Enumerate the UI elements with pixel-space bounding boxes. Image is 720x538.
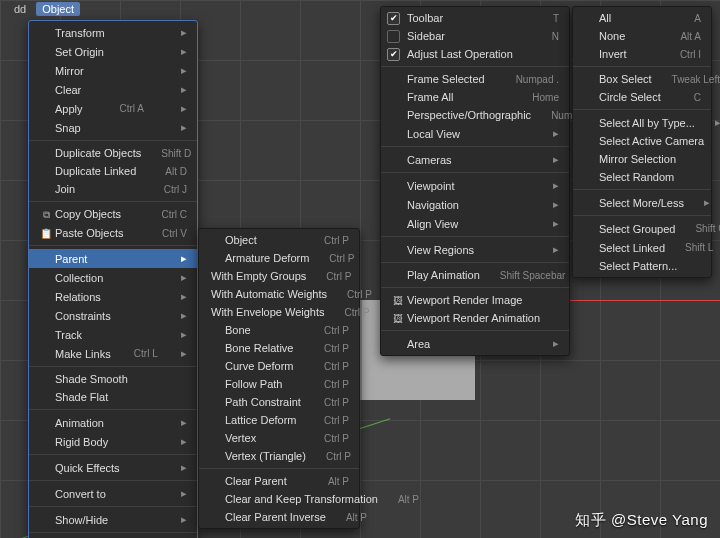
object-item-collection[interactable]: Collection▸ — [29, 268, 197, 287]
parent-item-bone-relative[interactable]: Bone RelativeCtrl P — [199, 339, 359, 357]
select-menu: AllANoneAlt AInvertCtrl IBox SelectTweak… — [572, 6, 712, 278]
parent-item-with-automatic-weights[interactable]: With Automatic WeightsCtrl P — [199, 285, 359, 303]
menu-item-label: With Empty Groups — [211, 270, 306, 282]
object-item-rigid-body[interactable]: Rigid Body▸ — [29, 432, 197, 451]
select-item-select-more-less[interactable]: Select More/Less▸ — [573, 193, 711, 212]
select-item-invert[interactable]: InvertCtrl I — [573, 45, 711, 63]
object-item-shade-flat[interactable]: Shade Flat — [29, 388, 197, 406]
object-item-apply[interactable]: ApplyCtrl A▸ — [29, 99, 197, 118]
select-item-select-pattern-[interactable]: Select Pattern... — [573, 257, 711, 275]
menu-icon: 🖼 — [389, 295, 407, 306]
view-item-area[interactable]: Area▸ — [381, 334, 569, 353]
parent-item-path-constraint[interactable]: Path ConstraintCtrl P — [199, 393, 359, 411]
select-item-select-grouped[interactable]: Select GroupedShift G▸ — [573, 219, 711, 238]
select-item-mirror-selection[interactable]: Mirror Selection — [573, 150, 711, 168]
menu-separator — [573, 189, 711, 190]
view-item-sidebar[interactable]: SidebarN — [381, 27, 569, 45]
object-item-set-origin[interactable]: Set Origin▸ — [29, 42, 197, 61]
view-item-toolbar[interactable]: ToolbarT — [381, 9, 569, 27]
view-item-navigation[interactable]: Navigation▸ — [381, 195, 569, 214]
menu-item-label: Transform — [55, 27, 105, 39]
object-item-quick-effects[interactable]: Quick Effects▸ — [29, 458, 197, 477]
object-item-snap[interactable]: Snap▸ — [29, 118, 197, 137]
parent-item-clear-and-keep-transformation[interactable]: Clear and Keep TransformationAlt P — [199, 490, 359, 508]
object-item-duplicate-linked[interactable]: Duplicate LinkedAlt D — [29, 162, 197, 180]
submenu-arrow-icon: ▸ — [181, 487, 187, 500]
object-item-convert-to[interactable]: Convert to▸ — [29, 484, 197, 503]
select-item-select-all-by-type-[interactable]: Select All by Type...▸ — [573, 113, 711, 132]
view-item-view-regions[interactable]: View Regions▸ — [381, 240, 569, 259]
shortcut-label: T — [553, 13, 559, 24]
object-item-duplicate-objects[interactable]: Duplicate ObjectsShift D — [29, 144, 197, 162]
select-item-all[interactable]: AllA — [573, 9, 711, 27]
menu-item-label: Mirror Selection — [599, 153, 676, 165]
menu-separator — [573, 109, 711, 110]
menu-item-label: Snap — [55, 122, 81, 134]
parent-item-bone[interactable]: BoneCtrl P — [199, 321, 359, 339]
select-item-select-active-camera[interactable]: Select Active Camera — [573, 132, 711, 150]
object-item-join[interactable]: JoinCtrl J — [29, 180, 197, 198]
view-item-local-view[interactable]: Local View▸ — [381, 124, 569, 143]
view-item-frame-all[interactable]: Frame AllHome — [381, 88, 569, 106]
parent-item-vertex-triangle-[interactable]: Vertex (Triangle)Ctrl P — [199, 447, 359, 465]
select-item-select-linked[interactable]: Select LinkedShift L▸ — [573, 238, 711, 257]
object-item-parent[interactable]: Parent▸ — [29, 249, 197, 268]
object-item-track[interactable]: Track▸ — [29, 325, 197, 344]
object-item-animation[interactable]: Animation▸ — [29, 413, 197, 432]
view-item-align-view[interactable]: Align View▸ — [381, 214, 569, 233]
object-item-mirror[interactable]: Mirror▸ — [29, 61, 197, 80]
menu-item-label: Vertex — [225, 432, 256, 444]
parent-item-armature-deform[interactable]: Armature DeformCtrl P — [199, 249, 359, 267]
menu-item-label: Box Select — [599, 73, 652, 85]
object-item-relations[interactable]: Relations▸ — [29, 287, 197, 306]
header-item-dd[interactable]: dd — [8, 2, 32, 16]
menu-item-label: Parent — [55, 253, 87, 265]
menu-item-label: Select Grouped — [599, 223, 675, 235]
object-item-transform[interactable]: Transform▸ — [29, 23, 197, 42]
select-item-select-random[interactable]: Select Random — [573, 168, 711, 186]
view-item-adjust-last-operation[interactable]: Adjust Last Operation — [381, 45, 569, 63]
header-item-object[interactable]: Object — [36, 2, 80, 16]
view-item-play-animation[interactable]: Play AnimationShift Spacebar — [381, 266, 569, 284]
parent-item-with-envelope-weights[interactable]: With Envelope WeightsCtrl P — [199, 303, 359, 321]
menu-item-label: None — [599, 30, 625, 42]
submenu-arrow-icon: ▸ — [553, 127, 559, 140]
parent-item-lattice-deform[interactable]: Lattice DeformCtrl P — [199, 411, 359, 429]
submenu-arrow-icon: ▸ — [181, 290, 187, 303]
menu-item-label: Rigid Body — [55, 436, 108, 448]
menu-item-label: Area — [407, 338, 430, 350]
object-item-constraints[interactable]: Constraints▸ — [29, 306, 197, 325]
select-item-none[interactable]: NoneAlt A — [573, 27, 711, 45]
view-item-perspective-orthographic[interactable]: Perspective/OrthographicNumpad 5 — [381, 106, 569, 124]
parent-item-vertex[interactable]: VertexCtrl P — [199, 429, 359, 447]
parent-item-object[interactable]: ObjectCtrl P — [199, 231, 359, 249]
submenu-arrow-icon: ▸ — [181, 416, 187, 429]
view-item-frame-selected[interactable]: Frame SelectedNumpad . — [381, 70, 569, 88]
object-item-paste-objects[interactable]: 📋Paste ObjectsCtrl V — [29, 224, 197, 242]
view-item-viewpoint[interactable]: Viewpoint▸ — [381, 176, 569, 195]
parent-item-curve-deform[interactable]: Curve DeformCtrl P — [199, 357, 359, 375]
select-item-box-select[interactable]: Box SelectTweak Left — [573, 70, 711, 88]
parent-item-with-empty-groups[interactable]: With Empty GroupsCtrl P — [199, 267, 359, 285]
view-menu: ToolbarTSidebarNAdjust Last OperationFra… — [380, 6, 570, 356]
object-item-clear[interactable]: Clear▸ — [29, 80, 197, 99]
view-item-viewport-render-animation[interactable]: 🖼Viewport Render Animation — [381, 309, 569, 327]
object-item-copy-objects[interactable]: ⧉Copy ObjectsCtrl C — [29, 205, 197, 224]
menu-item-label: Select Random — [599, 171, 674, 183]
submenu-arrow-icon: ▸ — [553, 243, 559, 256]
view-item-viewport-render-image[interactable]: 🖼Viewport Render Image — [381, 291, 569, 309]
menu-item-label: Relations — [55, 291, 101, 303]
shortcut-label: Ctrl P — [324, 361, 349, 372]
parent-item-clear-parent-inverse[interactable]: Clear Parent InverseAlt P — [199, 508, 359, 526]
parent-item-clear-parent[interactable]: Clear ParentAlt P — [199, 472, 359, 490]
object-item-show-hide[interactable]: Show/Hide▸ — [29, 510, 197, 529]
submenu-arrow-icon: ▸ — [181, 45, 187, 58]
object-item-shade-smooth[interactable]: Shade Smooth — [29, 370, 197, 388]
menu-item-label: Make Links — [55, 348, 111, 360]
select-item-circle-select[interactable]: Circle SelectC — [573, 88, 711, 106]
menu-item-label: Convert to — [55, 488, 106, 500]
checkbox-icon — [387, 12, 400, 25]
object-item-make-links[interactable]: Make LinksCtrl L▸ — [29, 344, 197, 363]
view-item-cameras[interactable]: Cameras▸ — [381, 150, 569, 169]
parent-item-follow-path[interactable]: Follow PathCtrl P — [199, 375, 359, 393]
